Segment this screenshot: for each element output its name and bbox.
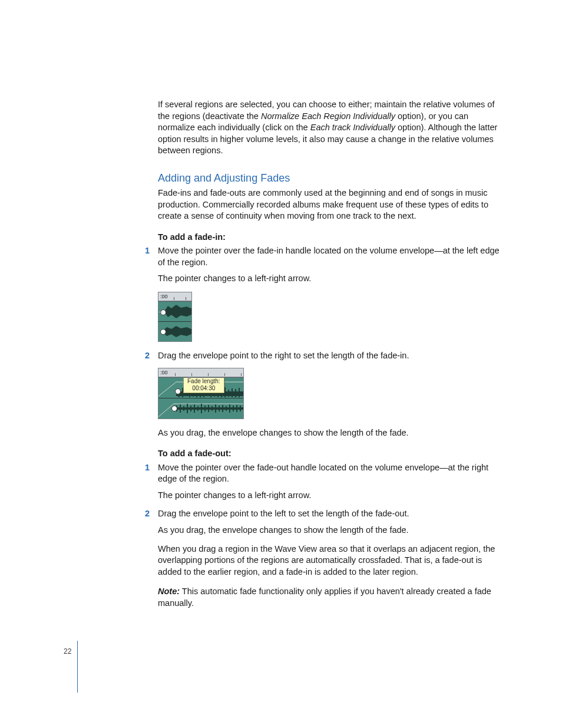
page-content: If several regions are selected, you can… [158,99,505,617]
svg-rect-25 [187,404,188,413]
fadeout-heading: To add a fade-out: [158,448,505,460]
svg-rect-38 [233,406,234,411]
figure-fadein-handle: :00 ↔ [158,292,192,342]
svg-rect-27 [194,404,195,413]
svg-rect-30 [204,406,206,411]
step-number: 1 [145,462,150,474]
step-followup: The pointer changes to a left-right arro… [158,273,505,285]
step-body: Drag the envelope point to the left to s… [158,508,505,520]
svg-rect-29 [201,404,202,413]
svg-rect-33 [215,404,216,413]
fade-length-tooltip: Fade length: 00:04:30 [183,377,224,393]
svg-rect-18 [232,388,233,397]
svg-rect-26 [190,406,191,411]
section-heading: Adding and Adjusting Fades [158,171,505,185]
svg-marker-1 [163,326,191,337]
svg-rect-36 [226,406,227,411]
svg-rect-24 [183,406,184,411]
tooltip-label: Fade length: [187,378,220,385]
ruler-ticks [158,368,243,377]
svg-marker-0 [164,305,191,318]
option-name-2: Each track Individually [310,123,395,132]
figure-fade-length: :00 Fade length: 00:04:30 [158,368,244,419]
step-number: 2 [145,350,150,362]
fadeout-step-2: 2 Drag the envelope point to the left to… [158,508,505,536]
svg-rect-20 [239,388,240,397]
ruler-label: :00 [160,293,168,300]
svg-rect-35 [222,405,223,412]
waveform-bottom [158,398,243,419]
svg-rect-16 [224,387,226,397]
svg-rect-34 [219,406,220,411]
fadein-step-2: 2 Drag the envelope point to the right t… [158,350,505,362]
svg-rect-40 [240,406,241,411]
step-number: 2 [145,508,150,520]
fadeout-step-1: 1 Move the pointer over the fade-out han… [158,462,505,502]
svg-rect-39 [236,405,237,412]
waveform-bottom [158,321,191,341]
fadein-step-2-followup: As you drag, the envelope changes to sho… [158,427,505,439]
svg-rect-32 [211,406,213,411]
note-paragraph: Note: This automatic fade functionality … [158,586,505,609]
svg-rect-23 [180,404,181,413]
left-right-arrow-icon: ↔ [158,308,164,316]
svg-rect-31 [208,405,209,412]
step-followup: As you drag, the envelope changes to sho… [158,525,505,536]
svg-rect-19 [235,389,236,397]
svg-rect-37 [229,404,230,413]
note-body: This automatic fade functionality only a… [158,587,491,608]
fadein-handle: ↔ [160,309,166,315]
step-body: Move the pointer over the fade-out handl… [158,462,505,485]
option-name-1: Normalize Each Region Individually [261,111,395,121]
waveform-top: ↔ [158,301,191,321]
intro-paragraph: If several regions are selected, you can… [158,99,505,157]
fadein-heading: To add a fade-in: [158,232,505,243]
tooltip-value: 00:04:30 [187,385,220,392]
step-followup: The pointer changes to a left-right arro… [158,490,505,502]
ruler: :00 [158,368,243,377]
fadein-step-1: 1 Move the pointer over the fade-in hand… [158,245,505,285]
crossfade-paragraph: When you drag a region in the Wave View … [158,543,505,578]
step-body: Drag the envelope point to the right to … [158,350,505,362]
fadein-handle [171,406,177,411]
note-label: Note: [158,587,180,596]
section-intro: Fade-ins and fade-outs are commonly used… [158,187,505,222]
step-body: Move the pointer over the fade-in handle… [158,245,505,268]
margin-rule [77,641,78,693]
waveform-top: Fade length: 00:04:30 [158,377,243,398]
fadein-handle [160,328,166,334]
step-number: 1 [145,245,150,257]
fadein-handle [175,388,181,394]
ruler: :00 [158,292,191,301]
svg-rect-17 [228,390,229,397]
page-number: 22 [64,647,71,656]
svg-rect-28 [197,406,199,411]
